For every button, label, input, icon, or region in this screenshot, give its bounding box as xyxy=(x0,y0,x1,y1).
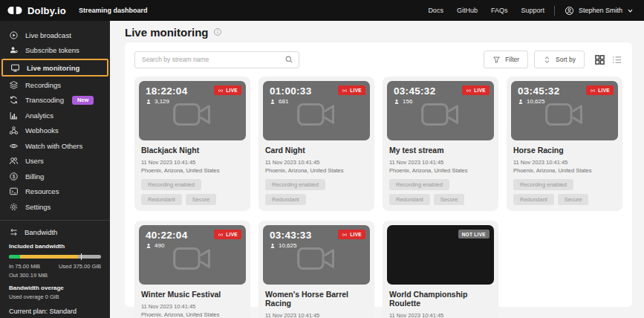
sidebar-item-label: Analytics xyxy=(25,111,53,120)
sidebar-item-subscribe-tokens[interactable]: Subscribe tokens xyxy=(0,43,110,59)
topbar-links: DocsGitHubFAQsSupport xyxy=(428,7,544,14)
tag-recording-enabled: Recording enabled xyxy=(513,179,573,190)
brand-name: Dolby.io xyxy=(27,5,66,16)
sidebar-item-resources[interactable]: Resources xyxy=(0,184,110,200)
avatar-icon xyxy=(565,6,574,16)
grid-view-icon[interactable] xyxy=(594,54,605,65)
user-menu[interactable]: Stephen Smith xyxy=(565,6,634,16)
topbar-link-docs[interactable]: Docs xyxy=(428,7,443,14)
billing-icon xyxy=(9,172,19,181)
new-badge: New xyxy=(72,96,94,105)
bandwidth-icon xyxy=(9,227,19,237)
sidebar-item-users[interactable]: Users xyxy=(0,154,110,169)
analytics-icon xyxy=(9,111,19,120)
stream-location: Phoenix, Arizona, United States xyxy=(141,311,244,318)
content-panel: Filter Sort by 18:22:043,129LIVEBlackjac… xyxy=(125,42,632,307)
page-title: Live monitoring xyxy=(125,26,209,39)
live-badge-label: LIVE xyxy=(474,88,486,93)
live-badge: LIVE xyxy=(586,85,614,95)
tag-recording-enabled: Recording enabled xyxy=(389,179,449,190)
filter-button[interactable]: Filter xyxy=(484,51,528,68)
bandwidth-in: In 75.00 MiB xyxy=(9,263,40,270)
sidebar-item-recordings[interactable]: Recordings xyxy=(0,77,110,93)
broadcast-signal-icon xyxy=(342,88,348,94)
filter-icon xyxy=(492,56,501,64)
stream-title: Card Night xyxy=(265,146,368,155)
topbar-link-faqs[interactable]: FAQs xyxy=(491,7,508,14)
gear-icon xyxy=(9,202,19,212)
search-input[interactable] xyxy=(134,51,299,68)
layers-icon xyxy=(9,80,19,90)
stream-card-women-s-horse-barrel-racing[interactable]: 03:43:3310,625LIVEWomen's Horse Barrel R… xyxy=(258,221,374,318)
stream-title: Women's Horse Barrel Racing xyxy=(265,290,368,308)
stream-date: 11 Nov 2023 10:41:45 xyxy=(389,159,492,166)
sidebar: Live broadcastSubscribe tokensLive monit… xyxy=(0,21,110,318)
sidebar-item-label: Watch with Others xyxy=(25,142,82,150)
stream-date: 11 Nov 2023 10:41:45 xyxy=(265,312,368,318)
camera-icon xyxy=(296,100,336,129)
current-plan: Current plan: Standard xyxy=(9,308,101,315)
viewer-icon xyxy=(146,243,152,249)
sidebar-item-billing[interactable]: Billing xyxy=(0,169,110,184)
stream-thumbnail: 01:00:33681LIVE xyxy=(263,81,370,140)
tag-secure: Secure xyxy=(558,194,589,205)
sidebar-item-live-monitoring[interactable]: Live monitoring xyxy=(1,59,108,77)
search-icon[interactable] xyxy=(284,55,293,64)
filter-label: Filter xyxy=(505,56,519,63)
stream-thumbnail: 03:45:32156LIVE xyxy=(387,81,494,140)
bandwidth-overage-label: Bandwidth overage xyxy=(9,285,101,291)
info-icon[interactable] xyxy=(213,27,222,36)
stream-thumbnail: 03:45:3210,625LIVE xyxy=(511,81,618,140)
stream-thumbnail: NOT LIVE xyxy=(387,225,494,285)
stream-date: 11 Nov 2023 10:41:45 xyxy=(141,303,244,310)
included-bandwidth-label: Included bandwidth xyxy=(9,243,101,250)
stream-card-blackjack-night[interactable]: 18:22:043,129LIVEBlackjack Night11 Nov 2… xyxy=(134,77,250,211)
tag-redundant: Redundant xyxy=(265,194,306,205)
stream-card-winter-music-festival[interactable]: 40:22:04490LIVEWinter Music Festival11 N… xyxy=(134,221,250,318)
stream-card-horse-racing[interactable]: 03:45:3210,625LIVEHorse Racing11 Nov 202… xyxy=(507,77,622,211)
live-badge-label: LIVE xyxy=(226,232,238,237)
sidebar-item-label: Recordings xyxy=(25,81,61,89)
live-badge: LIVE xyxy=(338,85,365,95)
bandwidth-bar-amber xyxy=(20,255,78,259)
tag-redundant: Redundant xyxy=(389,194,430,205)
stream-card-world-championship-roulette[interactable]: NOT LIVEWorld Championship Roulette11 No… xyxy=(383,221,498,318)
viewer-count-value: 681 xyxy=(279,98,288,105)
tag-recording-enabled: Recording enabled xyxy=(265,179,325,190)
dolby-logo-icon xyxy=(7,6,22,15)
camera-icon xyxy=(420,100,461,129)
list-view-icon[interactable] xyxy=(611,54,622,65)
stream-tags: Recording enabledRedundantSecure xyxy=(389,179,492,205)
stream-grid: 18:22:043,129LIVEBlackjack Night11 Nov 2… xyxy=(134,77,622,318)
broadcast-signal-icon xyxy=(342,232,348,238)
sidebar-item-label: Settings xyxy=(25,203,51,211)
stream-tags: Recording enabledRedundantSecure xyxy=(141,179,244,205)
stream-card-card-night[interactable]: 01:00:33681LIVECard Night11 Nov 2023 10:… xyxy=(258,77,374,211)
bandwidth-overage-value: Used overage 0 GiB xyxy=(9,293,101,300)
stream-tags: Recording enabledRedundant xyxy=(265,179,368,205)
sidebar-item-settings[interactable]: Settings xyxy=(0,199,110,215)
sidebar-item-live-broadcast[interactable]: Live broadcast xyxy=(0,27,110,43)
brand: Dolby.io Streaming dashboard xyxy=(7,5,147,16)
camera-icon xyxy=(544,100,585,129)
tag-recording-enabled: Recording enabled xyxy=(141,179,201,190)
tokens-icon xyxy=(9,45,19,55)
sidebar-item-analytics[interactable]: Analytics xyxy=(0,108,110,123)
stream-card-my-test-stream[interactable]: 03:45:32156LIVEMy test stream11 Nov 2023… xyxy=(383,77,498,211)
sidebar-item-transcoding[interactable]: TranscodingNew xyxy=(0,93,110,108)
user-name: Stephen Smith xyxy=(579,7,622,14)
sidebar-item-watch-with-others[interactable]: Watch with Others xyxy=(0,138,110,154)
live-badge: LIVE xyxy=(214,85,241,95)
viewer-icon xyxy=(146,99,152,105)
viewer-count-value: 10,625 xyxy=(527,98,544,105)
topbar-link-support[interactable]: Support xyxy=(521,7,544,14)
users-icon xyxy=(9,156,19,166)
webhooks-icon xyxy=(9,126,19,135)
sort-button[interactable]: Sort by xyxy=(534,51,585,68)
stream-location: Phoenix, Arizona, United States xyxy=(389,167,492,174)
app-title: Streaming dashboard xyxy=(79,7,148,14)
sidebar-item-webhooks[interactable]: Webhooks xyxy=(0,123,110,139)
controls-row: Filter Sort by xyxy=(134,51,622,68)
topbar-link-github[interactable]: GitHub xyxy=(457,7,478,14)
search-box xyxy=(134,51,299,68)
